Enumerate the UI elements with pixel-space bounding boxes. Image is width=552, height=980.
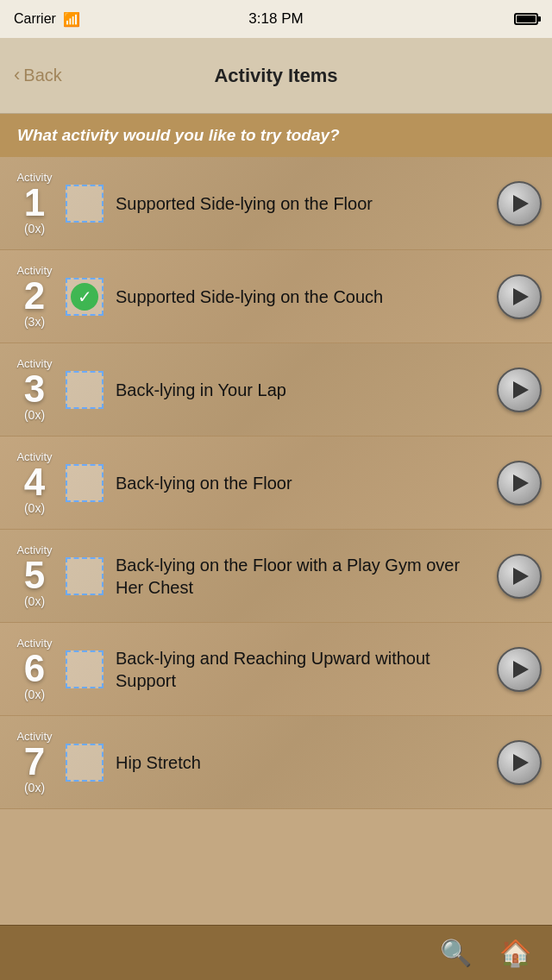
activity-count: (0x) [24, 688, 45, 701]
activity-number-block: Activity1(0x) [9, 171, 60, 236]
checkmark-icon: ✓ [71, 283, 98, 311]
activity-checkbox[interactable] [66, 557, 104, 595]
activity-checkbox[interactable] [66, 464, 104, 502]
activity-name: Supported Side-lying on the Couch [116, 286, 490, 308]
question-banner: What activity would you like to try toda… [0, 114, 552, 157]
activity-item: Activity2(3x)✓Supported Side-lying on th… [0, 250, 552, 343]
play-button[interactable] [497, 368, 542, 412]
back-chevron-icon: ‹ [14, 64, 20, 86]
activity-count: (0x) [24, 594, 45, 608]
activity-name: Back-lying and Reaching Upward without S… [116, 647, 490, 692]
question-text: What activity would you like to try toda… [17, 126, 340, 144]
activity-checkbox[interactable] [66, 650, 104, 688]
play-triangle-icon [513, 381, 529, 399]
play-button[interactable] [497, 554, 542, 599]
activity-number: 6 [24, 650, 45, 688]
battery-fill [517, 16, 536, 22]
activity-name: Supported Side-lying on the Floor [116, 192, 490, 215]
activity-checkbox[interactable] [66, 185, 104, 223]
activity-number: 1 [24, 184, 45, 222]
activity-number-block: Activity2(3x) [9, 264, 60, 329]
activity-number-block: Activity7(0x) [9, 730, 60, 795]
back-label: Back [23, 66, 61, 85]
play-triangle-icon [513, 661, 529, 678]
bottom-bar: 🔍 🏠 [0, 925, 552, 980]
activity-name: Back-lying in Your Lap [116, 379, 490, 401]
play-button[interactable] [497, 461, 542, 506]
activity-number-block: Activity6(0x) [9, 637, 60, 701]
activity-count: (0x) [24, 222, 45, 236]
wifi-icon: 📶 [63, 11, 80, 28]
nav-bar: ‹ Back Activity Items [0, 38, 552, 114]
activity-name: Back-lying on the Floor [116, 472, 490, 494]
activity-checkbox[interactable] [66, 744, 104, 782]
play-button[interactable] [497, 274, 542, 319]
play-button[interactable] [497, 181, 542, 226]
activity-item: Activity5(0x)Back-lying on the Floor wit… [0, 530, 552, 623]
activity-count: (0x) [24, 781, 45, 795]
play-triangle-icon [513, 195, 529, 212]
activity-number: 3 [24, 370, 45, 408]
status-bar: Carrier 📶 3:18 PM [0, 0, 552, 38]
status-time: 3:18 PM [248, 10, 303, 28]
play-triangle-icon [513, 474, 529, 492]
play-triangle-icon [513, 754, 529, 771]
activity-number: 5 [24, 556, 45, 594]
activity-list: Activity1(0x)Supported Side-lying on the… [0, 157, 552, 923]
activity-number-block: Activity4(0x) [9, 450, 60, 515]
back-button[interactable]: ‹ Back [14, 66, 62, 86]
play-button[interactable] [497, 740, 542, 785]
carrier-label: Carrier [14, 11, 56, 27]
search-icon[interactable]: 🔍 [440, 938, 472, 968]
activity-item: Activity6(0x)Back-lying and Reaching Upw… [0, 623, 552, 716]
home-icon[interactable]: 🏠 [499, 938, 531, 968]
activity-count: (0x) [24, 408, 45, 422]
activity-item: Activity4(0x)Back-lying on the Floor [0, 437, 552, 530]
status-right [514, 13, 538, 25]
activity-item: Activity7(0x)Hip Stretch [0, 716, 552, 809]
activity-number: 7 [24, 743, 45, 781]
activity-item: Activity1(0x)Supported Side-lying on the… [0, 157, 552, 250]
battery-icon [514, 13, 538, 25]
activity-item: Activity3(0x)Back-lying in Your Lap [0, 343, 552, 437]
activity-count: (3x) [24, 315, 45, 329]
activity-count: (0x) [24, 501, 45, 515]
activity-checkbox[interactable]: ✓ [66, 278, 104, 316]
play-button[interactable] [497, 647, 542, 692]
play-triangle-icon [513, 288, 529, 305]
activity-name: Hip Stretch [116, 751, 490, 774]
activity-number-block: Activity5(0x) [9, 543, 60, 608]
activity-number: 2 [24, 277, 45, 315]
play-triangle-icon [513, 568, 529, 585]
activity-name: Back-lying on the Floor with a Play Gym … [116, 554, 490, 599]
page-title: Activity Items [214, 65, 337, 87]
activity-checkbox[interactable] [66, 371, 104, 409]
status-left: Carrier 📶 [14, 11, 80, 28]
activity-number: 4 [24, 463, 45, 501]
activity-number-block: Activity3(0x) [9, 357, 60, 422]
